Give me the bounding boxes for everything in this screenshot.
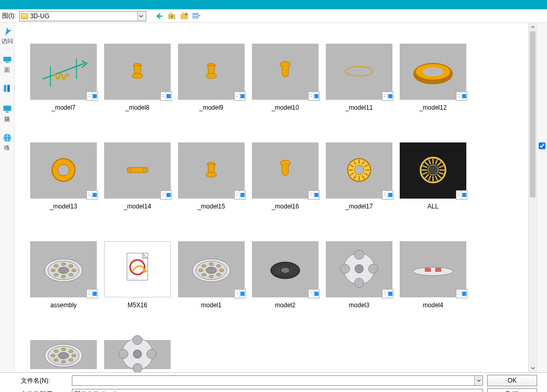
chevron-down-icon[interactable]	[137, 11, 145, 21]
svg-point-75	[51, 269, 55, 271]
sidebar-item[interactable]: 面	[2, 55, 12, 74]
file-item[interactable]: M5X16	[101, 241, 174, 309]
file-item[interactable]: _model7	[27, 44, 100, 111]
svg-point-76	[54, 265, 58, 267]
file-item[interactable]: _model8	[101, 44, 174, 111]
file-item[interactable]: _model10	[249, 44, 322, 111]
vertical-scrollbar[interactable]	[528, 23, 537, 372]
scroll-thumb[interactable]	[530, 31, 536, 198]
svg-rect-125	[425, 268, 430, 271]
svg-point-78	[69, 265, 73, 267]
filename-input[interactable]	[72, 375, 483, 386]
svg-point-23	[346, 67, 373, 76]
svg-point-70	[58, 267, 69, 273]
svg-rect-9	[5, 62, 9, 63]
filetype-badge-icon	[456, 190, 467, 200]
libraries-icon	[2, 83, 12, 94]
file-name-label: _model12	[419, 104, 447, 111]
file-thumbnail	[400, 44, 466, 100]
file-item[interactable]	[101, 340, 174, 369]
file-name-label: _model13	[50, 203, 78, 210]
sidebar-item[interactable]: 脑	[2, 104, 12, 123]
file-item[interactable]	[27, 340, 100, 369]
ok-button[interactable]: OK	[487, 375, 537, 386]
filetype-badge-icon	[86, 190, 98, 200]
svg-point-31	[144, 168, 146, 171]
scroll-down-icon[interactable]	[529, 364, 537, 372]
bolt-s-icon	[111, 48, 163, 96]
preview-checkbox[interactable]	[539, 142, 545, 149]
file-name-label: _model7	[52, 104, 75, 111]
file-item[interactable]: _model16	[249, 142, 322, 210]
file-item[interactable]: _model12	[397, 44, 469, 111]
svg-rect-12	[3, 106, 11, 111]
scroll-track[interactable]	[529, 31, 537, 364]
scroll-up-icon[interactable]	[529, 23, 537, 31]
up-folder-icon[interactable]	[167, 11, 176, 21]
filetype-select[interactable]: 部件文件 (*.prt)	[72, 389, 483, 392]
file-item[interactable]: _model15	[175, 142, 248, 210]
file-thumbnail	[252, 241, 319, 297]
star-icon	[2, 26, 12, 36]
file-item[interactable]: _model14	[101, 142, 174, 210]
chevron-down-icon[interactable]	[474, 376, 482, 385]
filetype-badge-icon	[160, 190, 172, 200]
file-thumbnail	[104, 340, 171, 369]
svg-point-87	[202, 273, 206, 276]
file-item[interactable]: model4	[397, 241, 469, 309]
cancel-button[interactable]: 取消	[487, 388, 537, 392]
file-thumbnail	[178, 241, 245, 297]
svg-point-124	[413, 267, 453, 276]
filename-label: 文件名(N):	[21, 376, 68, 385]
file-item[interactable]: model3	[323, 241, 396, 309]
file-item[interactable]: _model9	[175, 44, 248, 111]
sidebar-item[interactable]: 络	[2, 133, 12, 152]
filetype-badge-icon	[160, 92, 172, 101]
network-icon	[2, 133, 12, 143]
file-thumbnail	[326, 241, 392, 297]
file-item[interactable]: _model13	[27, 142, 100, 210]
file-name-label: _model16	[272, 203, 299, 210]
file-item[interactable]: ALL	[397, 142, 469, 210]
folder-name: 3D-UG	[30, 12, 135, 20]
sidebar-label: 面	[4, 66, 10, 74]
folder-dropdown[interactable]: 3D-UG	[19, 11, 146, 21]
svg-point-121	[354, 278, 364, 288]
file-item[interactable]: model2	[249, 241, 322, 309]
pin-icon	[259, 48, 311, 96]
file-item[interactable]: _model17	[323, 142, 396, 210]
clutch-icon	[37, 245, 90, 294]
file-name-label: M5X16	[128, 302, 147, 309]
svg-point-74	[54, 273, 58, 276]
svg-point-89	[202, 265, 206, 267]
svg-point-30	[129, 168, 132, 171]
svg-rect-4	[194, 14, 195, 15]
svg-point-28	[58, 164, 69, 176]
strip-icon	[407, 245, 459, 294]
file-name-label: _model11	[346, 104, 373, 111]
svg-point-136	[61, 348, 66, 350]
sidebar-label: 脑	[4, 115, 10, 123]
file-item[interactable]: _model11	[323, 44, 396, 111]
file-item[interactable]: assembly	[27, 241, 100, 309]
back-icon[interactable]	[155, 11, 164, 21]
sidebar-item[interactable]	[2, 83, 12, 95]
svg-point-86	[209, 275, 213, 278]
filetype-badge-icon	[382, 289, 393, 298]
file-thumbnail	[104, 44, 171, 100]
svg-rect-6	[194, 16, 195, 17]
filetype-badge-icon	[234, 190, 246, 200]
view-menu-icon[interactable]	[192, 11, 201, 21]
file-name-label: model4	[423, 302, 443, 309]
file-item[interactable]: model1	[175, 241, 248, 309]
file-name-label: _model17	[346, 203, 373, 210]
sidebar-item[interactable]: 访问	[2, 26, 13, 45]
file-name-label: model3	[349, 302, 369, 309]
svg-point-122	[340, 264, 350, 273]
plate4-icon	[111, 331, 163, 373]
svg-point-134	[51, 354, 55, 357]
svg-rect-5	[196, 14, 197, 15]
svg-point-123	[368, 264, 378, 273]
new-folder-icon[interactable]	[180, 11, 189, 21]
svg-point-34	[206, 172, 217, 177]
